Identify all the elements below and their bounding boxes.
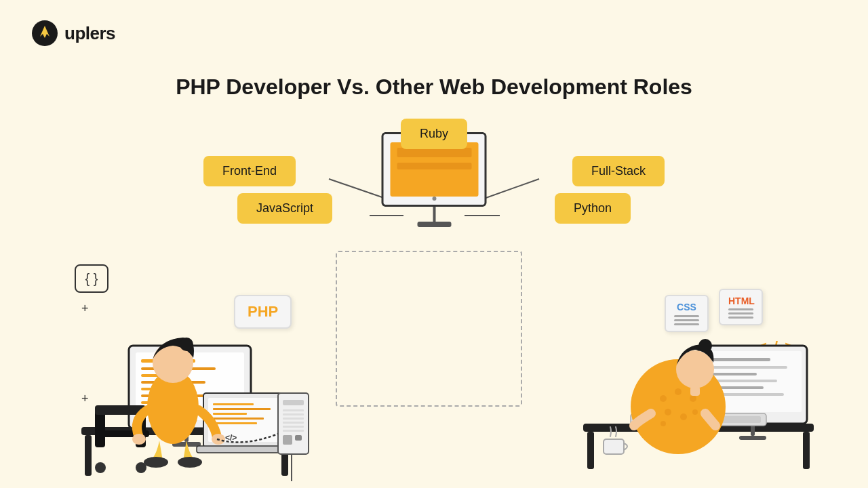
page-title: PHP Developer Vs. Other Web Development …	[176, 75, 692, 100]
svg-point-73	[665, 409, 671, 415]
svg-rect-47	[283, 418, 304, 420]
svg-rect-7	[85, 435, 92, 476]
pill-ruby: Ruby	[401, 119, 467, 149]
svg-rect-66	[739, 436, 766, 440]
svg-point-76	[692, 409, 698, 415]
svg-rect-45	[283, 409, 304, 411]
svg-rect-44	[283, 400, 304, 405]
svg-rect-51	[283, 435, 292, 445]
svg-point-75	[660, 421, 666, 426]
uplers-logo-icon	[31, 19, 59, 47]
svg-rect-25	[213, 413, 247, 415]
svg-rect-50	[283, 430, 304, 432]
svg-rect-58	[709, 358, 770, 361]
monitor-inner	[390, 142, 478, 197]
svg-rect-55	[803, 432, 810, 469]
svg-rect-52	[295, 435, 302, 441]
svg-point-38	[180, 338, 193, 351]
pill-frontend: Front-End	[203, 156, 296, 186]
svg-point-34	[95, 462, 106, 473]
svg-rect-54	[587, 432, 594, 469]
svg-rect-48	[283, 422, 304, 424]
svg-point-78	[698, 339, 712, 352]
dashed-box	[336, 251, 522, 407]
left-developer-illustration: </>	[41, 258, 332, 488]
svg-rect-60	[709, 373, 757, 375]
logo: uplers	[31, 19, 115, 47]
svg-point-72	[690, 395, 696, 402]
svg-rect-23	[213, 403, 254, 405]
svg-rect-27	[213, 422, 257, 424]
monitor-dot	[432, 197, 436, 201]
monitor-base	[417, 222, 451, 227]
right-developer-illustration	[563, 258, 834, 488]
svg-point-71	[675, 388, 682, 395]
svg-point-70	[660, 395, 667, 402]
svg-point-74	[680, 413, 687, 420]
svg-line-3	[480, 179, 539, 200]
svg-rect-26	[213, 418, 264, 420]
svg-point-42	[178, 457, 202, 468]
svg-rect-24	[213, 408, 271, 410]
svg-point-39	[132, 434, 146, 445]
monitor-stand	[433, 207, 435, 222]
svg-rect-79	[690, 386, 700, 396]
svg-rect-80	[604, 439, 624, 454]
svg-line-2	[329, 179, 390, 200]
svg-point-41	[144, 457, 168, 468]
pill-javascript: JavaScript	[237, 193, 332, 224]
pill-python: Python	[555, 193, 631, 224]
svg-rect-46	[283, 413, 304, 415]
svg-rect-61	[709, 380, 777, 382]
logo-text: uplers	[64, 23, 115, 44]
svg-rect-59	[709, 366, 787, 369]
svg-rect-49	[283, 426, 304, 428]
pill-fullstack: Full-Stack	[572, 156, 665, 186]
